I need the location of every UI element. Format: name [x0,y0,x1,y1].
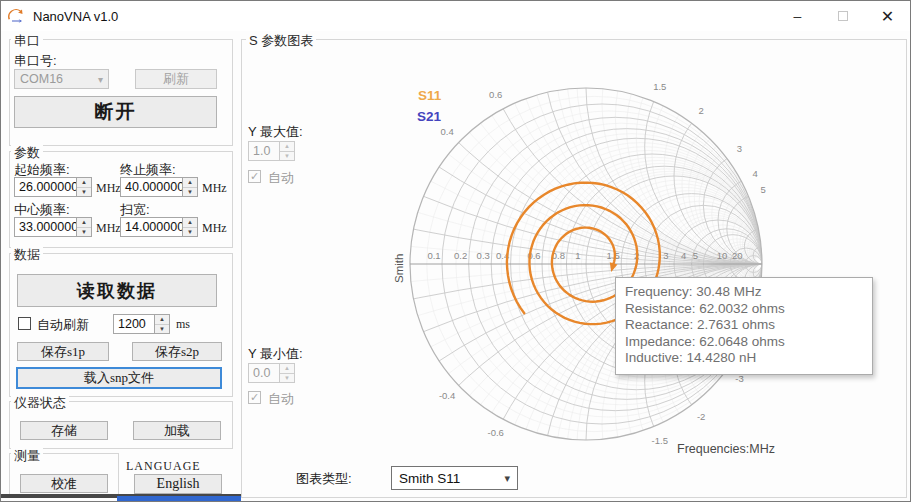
svg-text:5: 5 [693,250,698,261]
y-max-label: Y 最大值: [248,123,303,141]
chevron-down-icon: ▾ [504,472,510,485]
y-min-auto-checkbox[interactable]: ✓ [248,391,261,404]
params-group-label: 参数 [11,144,43,162]
title-bar: NanoVNA v1.0 – ✕ [1,1,910,31]
refresh-button[interactable]: 刷新 [135,69,217,89]
svg-text:10: 10 [717,250,728,261]
spinner-arrows[interactable]: ▲▼ [154,315,169,333]
auto-refresh-checkbox[interactable] [18,317,31,330]
chart-type-select[interactable]: Smith S11 ▾ [391,466,518,490]
svg-text:3: 3 [663,250,668,261]
stop-freq-spinner[interactable]: 40.000000 ▲▼ [120,177,198,197]
data-group-label: 数据 [11,246,43,264]
stop-unit-label: MHz [202,181,227,196]
chevron-down-icon: ▾ [98,74,103,85]
maximize-icon [838,11,848,21]
serial-port-label: 串口号: [14,52,57,70]
spinner-arrows[interactable]: ▲▼ [279,142,294,160]
svg-text:1: 1 [575,250,580,261]
instrument-group-label: 仪器状态 [11,394,69,412]
minimize-button[interactable]: – [775,1,820,31]
svg-text:0.4: 0.4 [440,126,453,137]
svg-text:0.6: 0.6 [489,89,502,100]
y-min-spinner[interactable]: 0.0 ▲▼ [248,363,295,383]
center-unit-label: MHz [96,221,121,236]
load-button[interactable]: 加载 [133,421,221,440]
bottom-blue-strip [117,496,241,502]
svg-text:2: 2 [698,105,703,116]
spinner-arrows[interactable]: ▲▼ [182,218,197,236]
save-s1p-button[interactable]: 保存s1p [17,342,109,361]
y-min-auto-label: 自动 [268,390,294,408]
disconnect-button[interactable]: 断开 [14,96,217,128]
load-snp-button[interactable]: 载入snp文件 [16,367,222,389]
svg-text:-1.5: -1.5 [652,435,668,446]
frequencies-note: Frequencies:MHz [677,442,775,456]
window-title: NanoVNA v1.0 [33,9,118,24]
start-freq-spinner[interactable]: 26.000000 ▲▼ [14,177,92,197]
refresh-interval-spinner[interactable]: 1200 ▲▼ [113,314,170,334]
svg-text:-2: -2 [697,411,705,422]
svg-text:5: 5 [760,184,765,195]
interval-unit-label: ms [176,317,190,332]
serial-port-combo[interactable]: COM16 ▾ [14,69,109,89]
app-icon [7,7,25,25]
serial-port-value: COM16 [20,72,63,86]
y-max-auto-checkbox[interactable]: ✓ [248,170,261,183]
tooltip-row: Frequency: 30.48 MHz [625,284,862,301]
y-max-spinner[interactable]: 1.0 ▲▼ [248,141,295,161]
tooltip-row: Impedance: 62.0648 ohms [625,334,862,351]
svg-text:0.2: 0.2 [454,250,467,261]
svg-text:4: 4 [753,168,758,179]
spinner-arrows[interactable]: ▲▼ [182,178,197,196]
svg-text:0.1: 0.1 [427,250,440,261]
language-label: LANGUAGE [126,459,201,474]
chart-type-label: 图表类型: [296,470,352,488]
calibrate-button[interactable]: 校准 [20,474,108,493]
close-button[interactable]: ✕ [865,1,910,31]
span-unit-label: MHz [202,221,227,236]
tooltip-row: Reactance: 2.7631 ohms [625,317,862,334]
spinner-arrows[interactable]: ▲▼ [76,178,91,196]
smith-axis-title: Smith [393,254,405,283]
svg-text:1.5: 1.5 [653,81,666,92]
span-spinner[interactable]: 14.000000 ▲▼ [120,217,198,237]
close-icon: ✕ [881,7,894,26]
chart-type-value: Smith S11 [399,471,460,486]
language-button[interactable]: English [134,474,222,494]
measure-group-label: 测量 [11,447,43,465]
center-freq-spinner[interactable]: 33.000000 ▲▼ [14,217,92,237]
svg-text:3: 3 [737,143,742,154]
legend-s11: S11 [418,88,441,103]
svg-text:-0.4: -0.4 [439,390,455,401]
tooltip-row: Resistance: 62.0032 ohms [625,301,862,318]
svg-text:-3: -3 [735,373,743,384]
legend-s21: S21 [417,109,441,124]
y-max-auto-label: 自动 [268,169,294,187]
svg-text:1.5: 1.5 [607,250,620,261]
spinner-arrows[interactable]: ▲▼ [279,364,294,382]
start-unit-label: MHz [96,181,121,196]
y-min-label: Y 最小值: [248,345,303,363]
svg-text:4: 4 [681,250,686,261]
app-window: NanoVNA v1.0 – ✕ 串口 串口号: COM16 ▾ 刷新 断开 参… [0,0,911,502]
auto-refresh-label: 自动刷新 [37,316,89,334]
spinner-arrows[interactable]: ▲▼ [76,218,91,236]
chart-tooltip: Frequency: 30.48 MHzResistance: 62.0032 … [615,277,873,375]
svg-text:20: 20 [732,250,743,261]
serial-group-label: 串口 [11,32,43,50]
maximize-button[interactable] [820,1,865,31]
store-button[interactable]: 存储 [20,421,108,440]
svg-text:0.3: 0.3 [477,250,490,261]
read-data-button[interactable]: 读取数据 [17,274,217,307]
svg-text:-0.6: -0.6 [488,427,504,438]
save-s2p-button[interactable]: 保存s2p [132,342,222,361]
smith-chart[interactable]: 0.10.20.30.40.60.811.5234510200.40.61.52… [243,41,903,491]
tooltip-row: Inductive: 14.4280 nH [625,350,862,367]
